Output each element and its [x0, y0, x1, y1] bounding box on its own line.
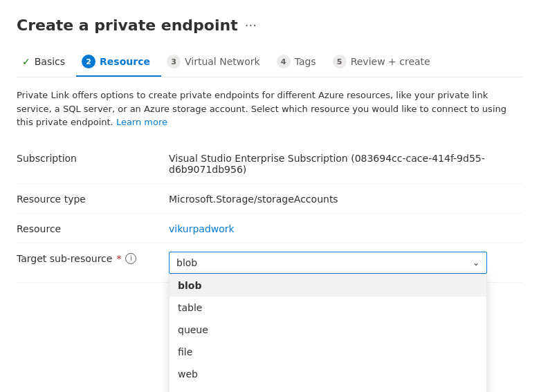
info-banner: Private Link offers options to create pr…: [17, 88, 522, 129]
subscription-row: Subscription Visual Studio Enterprise Su…: [17, 143, 522, 184]
wizard-nav: ✓ Basics 2 Resource 3 Virtual Network 4 …: [17, 48, 522, 77]
dropdown-menu: blob table queue file web dfs: [169, 274, 487, 393]
page-title: Create a private endpoint: [17, 17, 238, 34]
wizard-step-virtual-network-label: Virtual Network: [185, 56, 260, 67]
dropdown-item-web[interactable]: web: [170, 363, 486, 385]
required-indicator: *: [116, 253, 121, 264]
dropdown-item-queue[interactable]: queue: [170, 319, 486, 341]
subscription-label: Subscription: [17, 151, 169, 164]
target-sub-resource-dropdown[interactable]: blob ⌄: [169, 252, 487, 274]
wizard-step-review-create-label: Review + create: [351, 56, 430, 67]
wizard-step-resource[interactable]: 2 Resource: [76, 48, 161, 77]
more-options-icon[interactable]: ···: [245, 18, 257, 32]
target-sub-resource-dropdown-wrapper: blob ⌄ blob table queue file web dfs: [169, 252, 487, 274]
resource-type-label: Resource type: [17, 192, 169, 205]
wizard-step-resource-label: Resource: [100, 56, 150, 67]
resource-value: vikurpadwork: [169, 222, 522, 234]
wizard-step-tags-label: Tags: [295, 56, 316, 67]
step-circle-tags: 4: [277, 55, 291, 68]
page-header: Create a private endpoint ···: [17, 17, 522, 34]
dropdown-item-dfs[interactable]: dfs: [170, 385, 486, 393]
resource-type-value: Microsoft.Storage/storageAccounts: [169, 192, 522, 205]
target-sub-resource-label: Target sub-resource * i: [17, 252, 169, 264]
dropdown-item-table[interactable]: table: [170, 297, 486, 319]
form-section: Subscription Visual Studio Enterprise Su…: [17, 143, 522, 283]
learn-more-link[interactable]: Learn more: [116, 117, 167, 127]
dropdown-item-file[interactable]: file: [170, 341, 486, 363]
info-banner-text: Private Link offers options to create pr…: [17, 90, 506, 127]
resource-row: Resource vikurpadwork: [17, 214, 522, 243]
wizard-step-basics-label: Basics: [35, 56, 65, 67]
target-sub-resource-row: Target sub-resource * i blob ⌄ blob tabl…: [17, 243, 522, 283]
step-circle-virtual-network: 3: [167, 55, 181, 68]
wizard-step-review-create[interactable]: 5 Review + create: [327, 48, 441, 77]
step-circle-review-create: 5: [333, 55, 347, 68]
resource-label: Resource: [17, 222, 169, 234]
wizard-step-virtual-network[interactable]: 3 Virtual Network: [161, 48, 271, 77]
wizard-step-tags[interactable]: 4 Tags: [271, 48, 327, 77]
subscription-value: Visual Studio Enterprise Subscription (0…: [169, 151, 522, 175]
chevron-down-icon: ⌄: [473, 258, 479, 268]
wizard-step-basics[interactable]: ✓ Basics: [17, 49, 76, 75]
dropdown-selected-value: blob: [176, 257, 197, 268]
step-check-icon: ✓: [22, 56, 30, 67]
dropdown-item-blob[interactable]: blob: [170, 274, 486, 297]
step-circle-resource: 2: [82, 55, 95, 68]
resource-type-row: Resource type Microsoft.Storage/storageA…: [17, 184, 522, 214]
target-sub-resource-info-icon[interactable]: i: [125, 253, 136, 264]
